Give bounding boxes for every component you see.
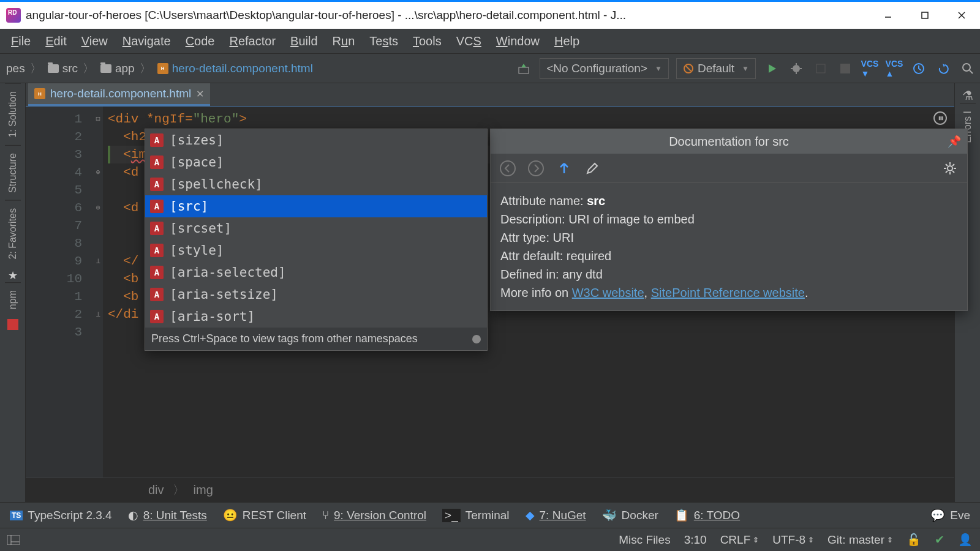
autocomplete-item[interactable]: A[aria-setsize]	[145, 283, 487, 305]
menu-build[interactable]: Build	[283, 32, 325, 51]
clipboard-icon: 📋	[674, 508, 689, 522]
window-title: angular-tour-of-heroes [C:\Users\maart\D…	[26, 9, 870, 22]
menu-edit[interactable]: Edit	[38, 32, 74, 51]
autocomplete-item[interactable]: A[srcset]	[145, 217, 487, 239]
menubar: File Edit View Navigate Code Refactor Bu…	[0, 29, 980, 54]
angular-icon: A	[150, 156, 164, 169]
lock-icon[interactable]: 🔓	[907, 533, 921, 547]
tool-windows-icon[interactable]	[7, 535, 20, 545]
html-file-icon: H	[157, 63, 168, 74]
tool-npm[interactable]: npm	[5, 282, 21, 317]
pin-icon[interactable]: 📌	[948, 135, 961, 148]
user-icon[interactable]: 👤	[958, 533, 973, 547]
inspection-select[interactable]: Default▼	[676, 58, 756, 79]
run-config-select[interactable]: <No Configuration>▼	[540, 58, 669, 79]
svg-point-18	[948, 166, 952, 171]
maximize-button[interactable]	[907, 2, 943, 29]
crumb-file[interactable]: Hhero-detail.component.html	[155, 62, 315, 75]
w3c-link[interactable]: W3C website	[572, 286, 644, 299]
titlebar: angular-tour-of-heroes [C:\Users\maart\D…	[0, 0, 980, 29]
coverage-button[interactable]	[812, 60, 829, 77]
cursor-position[interactable]: 3:10	[684, 533, 707, 547]
todo-tool[interactable]: 📋6: TODO	[674, 508, 740, 522]
menu-window[interactable]: Window	[489, 32, 547, 51]
docker-tool[interactable]: 🐳Docker	[602, 508, 658, 522]
menu-tests[interactable]: Tests	[362, 32, 405, 51]
crumb-img[interactable]: img	[194, 483, 213, 497]
crumb-app[interactable]: app〉	[98, 61, 155, 77]
menu-run[interactable]: Run	[325, 32, 363, 51]
sitepoint-link[interactable]: SitePoint Reference website	[651, 286, 805, 299]
menu-refactor[interactable]: Refactor	[222, 32, 283, 51]
vcs-update-icon[interactable]: VCS▼	[861, 60, 878, 77]
app-logo-icon	[6, 8, 21, 23]
autocomplete-item[interactable]: A[space]	[145, 151, 487, 173]
menu-code[interactable]: Code	[178, 32, 222, 51]
autocomplete-item[interactable]: A[style]	[145, 239, 487, 261]
autocomplete-item[interactable]: A[aria-sort]	[145, 305, 487, 328]
revert-icon[interactable]	[935, 60, 952, 77]
doc-header: Documentation for src 📌	[491, 129, 967, 154]
crumb-div[interactable]: div	[148, 483, 164, 497]
search-icon[interactable]	[959, 60, 976, 77]
fold-column[interactable]: ⊟⊕⊕⊥⊥	[93, 107, 103, 478]
inspection-icon	[683, 63, 694, 74]
debug-button[interactable]	[788, 60, 805, 77]
up-button[interactable]	[554, 159, 574, 178]
line-ending[interactable]: CRLF⇕	[720, 533, 760, 547]
star-icon: ★	[8, 269, 18, 282]
typescript-status[interactable]: TSTypeScript 2.3.4	[10, 509, 112, 522]
svg-point-17	[529, 161, 543, 176]
menu-file[interactable]: File	[4, 32, 38, 51]
menu-tools[interactable]: Tools	[405, 32, 449, 51]
tool-solution[interactable]: 1: Solution	[5, 83, 21, 145]
menu-help[interactable]: Help	[547, 32, 587, 51]
tool-favorites[interactable]: 2: Favorites	[5, 200, 21, 267]
ts-icon: TS	[10, 511, 23, 520]
html-file-icon: H	[34, 88, 45, 99]
pause-analysis-icon[interactable]	[933, 111, 947, 125]
close-button[interactable]	[943, 2, 980, 29]
minimize-button[interactable]	[870, 2, 907, 29]
build-icon[interactable]	[515, 60, 532, 77]
crumb-root[interactable]: pes〉	[4, 61, 45, 77]
ok-icon[interactable]: ✔	[935, 533, 944, 547]
autocomplete-hint: Press Ctrl+Space to view tags from other…	[145, 328, 487, 350]
terminal-tool[interactable]: >_Terminal	[442, 509, 509, 522]
settings-button[interactable]	[940, 159, 960, 178]
run-button[interactable]	[763, 60, 780, 77]
menu-vcs[interactable]: VCS	[449, 32, 489, 51]
unit-tests-tool[interactable]: ◐8: Unit Tests	[128, 508, 207, 522]
nuget-tool[interactable]: ◆7: NuGet	[526, 508, 586, 522]
menu-navigate[interactable]: Navigate	[115, 32, 178, 51]
vcs-commit-icon[interactable]: VCS▲	[886, 60, 903, 77]
autocomplete-item-selected[interactable]: A[src]	[145, 195, 487, 217]
tool-structure[interactable]: Structure	[5, 145, 21, 200]
stop-button[interactable]	[837, 60, 854, 77]
autocomplete-item[interactable]: A[spellcheck]	[145, 173, 487, 195]
history-icon[interactable]	[910, 60, 927, 77]
edit-button[interactable]	[582, 159, 602, 178]
close-tab-icon[interactable]: ✕	[196, 88, 204, 100]
editor-breadcrumb: div 〉 img	[26, 478, 954, 502]
autocomplete-popup: A[sizes] A[space] A[spellcheck] A[src] A…	[145, 129, 488, 351]
version-control-tool[interactable]: ⑂9: Version Control	[322, 509, 426, 522]
window-controls	[870, 2, 980, 29]
rest-client-tool[interactable]: 😐REST Client	[223, 508, 306, 522]
svg-point-16	[500, 161, 515, 176]
events-tool[interactable]: 💬Eve	[930, 508, 970, 522]
encoding[interactable]: UTF-8⇕	[772, 533, 814, 547]
forward-button[interactable]	[526, 159, 546, 178]
menu-view[interactable]: View	[74, 32, 115, 51]
editor-tab[interactable]: H hero-detail.component.html ✕	[28, 83, 210, 106]
doc-body: Attribute name: src Description: URI of …	[491, 183, 967, 310]
more-icon[interactable]	[472, 335, 481, 343]
npm-icon	[7, 319, 18, 330]
misc-files-status[interactable]: Misc Files	[619, 533, 670, 547]
autocomplete-item[interactable]: A[sizes]	[145, 129, 487, 151]
autocomplete-item[interactable]: A[aria-selected]	[145, 261, 487, 283]
flask-icon[interactable]: ⚗	[962, 88, 973, 103]
git-branch[interactable]: Git: master⇕	[827, 533, 893, 547]
back-button[interactable]	[498, 159, 518, 178]
crumb-src[interactable]: src〉	[45, 61, 98, 77]
